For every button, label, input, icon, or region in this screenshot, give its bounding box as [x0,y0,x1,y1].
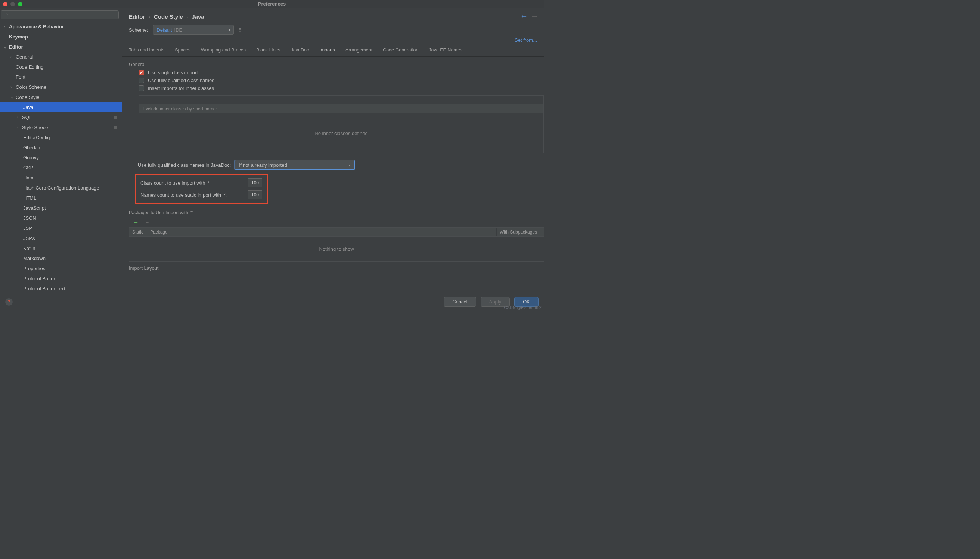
tree-gsp[interactable]: GSP [0,163,122,173]
checkbox-insert-inner[interactable] [139,86,144,91]
tab-wrapping[interactable]: Wrapping and Braces [201,45,246,56]
tree-color-scheme[interactable]: ›Color Scheme [0,82,122,92]
modified-badge [114,126,117,129]
tree-font[interactable]: Font [0,72,122,82]
add-icon[interactable]: ＋ [133,219,139,227]
window-controls [3,2,22,7]
tree-jsp[interactable]: JSP [0,223,122,233]
tree-properties[interactable]: Properties [0,263,122,273]
checkbox-label: Use fully qualified class names [148,78,214,83]
chevron-right-icon: › [4,22,9,32]
tree-label: Kotlin [23,243,35,253]
names-count-input[interactable] [248,190,262,199]
tab-imports[interactable]: Imports [319,45,335,56]
tab-java-ee-names[interactable]: Java EE Names [429,45,463,56]
col-static: Static [129,228,147,236]
tab-spaces[interactable]: Spaces [175,45,191,56]
tree-label: JavaScript [23,203,46,213]
checkbox-use-single-class-import[interactable] [139,70,144,75]
remove-icon: － [144,219,150,227]
cancel-button[interactable]: Cancel [444,297,476,307]
tree-label: Appearance & Behavior [9,22,64,32]
minimize-window-icon[interactable] [10,2,15,7]
tree-sql[interactable]: ›SQL [0,112,122,122]
add-icon[interactable]: ＋ [143,97,148,103]
tree-javascript[interactable]: JavaScript [0,203,122,213]
breadcrumb-item[interactable]: Java [192,13,204,20]
tree-style-sheets[interactable]: ›Style Sheets [0,122,122,132]
scheme-name: Default [156,27,172,33]
scheme-select[interactable]: Default IDE ▾ [153,25,234,35]
names-count-label: Names count to use static import with '*… [141,192,227,198]
tree-html[interactable]: HTML [0,193,122,203]
tree-protobuf[interactable]: Protocol Buffer [0,273,122,284]
tab-javadoc[interactable]: JavaDoc [291,45,309,56]
settings-tree: ›Appearance & Behavior Keymap ⌄Editor ›G… [0,22,122,292]
chevron-down-icon: ⌄ [4,42,9,52]
col-subpackages: With Subpackages [497,228,544,236]
tab-arrangement[interactable]: Arrangement [345,45,372,56]
tree-jspx[interactable]: JSPX [0,233,122,243]
tree-code-editing[interactable]: Code Editing [0,62,122,72]
tree-editor[interactable]: ⌄Editor [0,42,122,52]
checkbox-use-fqcn[interactable] [139,78,144,83]
breadcrumb-item[interactable]: Code Style [154,13,183,20]
tab-blank-lines[interactable]: Blank Lines [256,45,280,56]
empty-text: No inner classes defined [139,113,544,153]
close-window-icon[interactable] [3,2,7,7]
chevron-right-icon: › [10,82,16,92]
tree-label: Code Editing [16,62,43,72]
fqcn-javadoc-select[interactable]: If not already imported ▾ [235,160,355,170]
gear-icon[interactable]: ⁝⁝ [239,27,240,33]
tree-label: Font [16,72,25,82]
tree-json[interactable]: JSON [0,213,122,223]
section-general: General [122,60,544,69]
tree-code-style[interactable]: ⌄Code Style [0,92,122,102]
tree-keymap[interactable]: Keymap [0,32,122,42]
watermark: CSDN @Fisher3652 [504,305,542,310]
chevron-down-icon: ▾ [229,28,230,32]
search-icon [0,8,122,22]
tree-groovy[interactable]: Groovy [0,153,122,163]
chevron-right-icon: › [17,122,22,132]
breadcrumb-item[interactable]: Editor [129,13,145,20]
section-packages: Packages to Use Import with '*' [122,207,544,218]
tree-label: Code Style [16,92,40,102]
tree-editorconfig[interactable]: EditorConfig [0,132,122,142]
tree-protobuf-text[interactable]: Protocol Buffer Text [0,284,122,292]
tree-java[interactable]: Java [0,102,122,112]
tree-label: Editor [9,42,23,52]
help-icon[interactable]: ? [5,298,13,306]
set-from-link[interactable]: Set from... [515,37,537,43]
tree-markdown[interactable]: Markdown [0,253,122,263]
checkbox-label: Use single class import [148,70,198,75]
tree-label: Protocol Buffer [23,273,55,284]
tree-kotlin[interactable]: Kotlin [0,243,122,253]
tree-label: General [16,52,33,62]
maximize-window-icon[interactable] [18,2,22,7]
modified-badge [114,116,117,119]
tree-haml[interactable]: Haml [0,173,122,183]
table-header: Exclude inner classes by short name: [139,104,544,113]
tree-hashicorp[interactable]: HashiCorp Configuration Language [0,183,122,193]
tab-tabs-indents[interactable]: Tabs and Indents [129,45,164,56]
search-input[interactable] [1,10,119,20]
tree-label: JSPX [23,233,35,243]
tree-appearance[interactable]: ›Appearance & Behavior [0,22,122,32]
tree-label: Groovy [23,153,39,163]
tree-label: Gherkin [23,142,40,153]
back-arrow-icon[interactable]: 🠔 [521,13,527,20]
tree-label: SQL [22,112,32,122]
tree-label: HTML [23,193,36,203]
class-count-input[interactable] [248,179,262,187]
empty-text: Nothing to show [129,237,544,261]
tree-label: Style Sheets [22,122,49,132]
class-count-label: Class count to use import with '*': [141,180,212,186]
tabs: Tabs and Indents Spaces Wrapping and Bra… [122,45,544,57]
forward-arrow-icon: 🠖 [532,13,537,20]
chevron-right-icon: › [149,15,150,19]
section-import-layout: Import Layout [122,261,544,271]
tab-code-generation[interactable]: Code Generation [383,45,418,56]
tree-gherkin[interactable]: Gherkin [0,142,122,153]
tree-general[interactable]: ›General [0,52,122,62]
